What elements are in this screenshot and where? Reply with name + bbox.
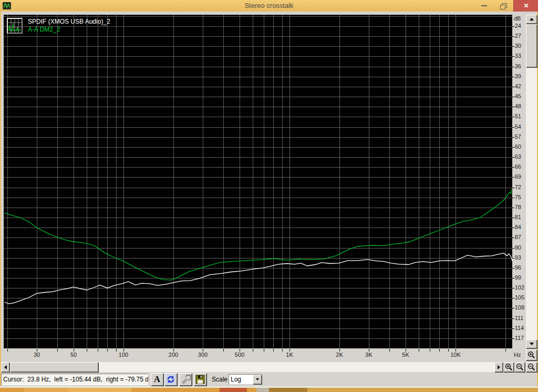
y-axis-label: -30 [513, 43, 526, 49]
y-axis-label: -63 [513, 153, 526, 160]
x-axis-minor-tick [339, 349, 340, 352]
x-axis-label: 3K [357, 352, 380, 358]
y-axis-label: -108 [513, 304, 526, 311]
zoom-in-x-button[interactable] [503, 362, 514, 372]
y-axis-label: -99 [513, 274, 526, 281]
y-axis-tick [512, 87, 514, 87]
y-axis-tick [512, 318, 514, 319]
x-axis-label: 5K [394, 352, 417, 358]
taskbar-strip [0, 388, 538, 392]
y-axis-tick [512, 218, 514, 218]
hscroll-right-button[interactable] [494, 362, 503, 372]
chevron-down-icon [256, 378, 259, 382]
font-button[interactable]: A [151, 373, 163, 386]
x-axis-minor-tick [406, 349, 406, 352]
x-axis-label: 50 [62, 352, 85, 358]
y-axis-tick [512, 26, 514, 27]
y-axis-tick [512, 298, 514, 298]
y-axis-label: -84 [513, 224, 526, 230]
x-axis-minor-tick [505, 349, 506, 352]
x-axis-minor-tick [289, 349, 290, 352]
zoom-in-y-button[interactable] [526, 349, 537, 360]
plot-area[interactable] [4, 15, 512, 348]
font-a-icon: A [154, 374, 160, 385]
refresh-button[interactable] [164, 373, 177, 386]
y-axis-label: -33 [513, 53, 526, 59]
y-axis-label: -54 [513, 123, 526, 130]
x-axis-minor-tick [223, 349, 224, 352]
y-axis-tick [512, 147, 514, 148]
x-axis-minor-tick [456, 349, 456, 352]
x-axis-minor-tick [107, 349, 108, 352]
y-axis-label: -87 [513, 234, 526, 240]
legend-spectrum-icon[interactable] [7, 18, 23, 34]
y-axis-label: -45 [513, 93, 526, 99]
y-axis-label: -42 [513, 83, 526, 89]
close-button[interactable]: ✕ [513, 0, 538, 12]
grid-and-curves [4, 15, 512, 348]
x-axis-minor-tick [448, 349, 449, 352]
floppy-disk-icon [195, 375, 205, 384]
y-axis-tick [512, 46, 514, 47]
scale-combobox[interactable]: Log [229, 374, 262, 385]
y-axis-tick [512, 177, 514, 178]
y-axis-tick [512, 67, 514, 67]
y-axis-label: -78 [513, 204, 526, 210]
y-axis-tick [512, 127, 514, 128]
y-axis-tick [512, 167, 514, 168]
x-axis-label: 2K [328, 352, 351, 358]
y-axis-tick [512, 188, 514, 188]
x-axis-minor-tick [37, 349, 37, 352]
arrow-left-icon [2, 365, 7, 369]
x-axis-label: 10K [444, 352, 467, 358]
vscroll-thumb[interactable] [526, 24, 537, 67]
minimize-icon [481, 5, 487, 6]
x-axis-minor-tick [173, 349, 174, 352]
y-axis-label: -105 [513, 294, 526, 301]
hscroll-left-button[interactable] [1, 362, 9, 372]
magnifier-plus-icon [505, 363, 513, 371]
minimize-button[interactable] [477, 0, 491, 12]
vscroll-down-button[interactable] [526, 339, 537, 348]
wrench-icon [181, 375, 191, 385]
arrow-down-icon [530, 343, 534, 347]
y-axis-tick [512, 278, 514, 278]
x-axis-minor-tick [264, 349, 264, 352]
legend-entry-spdif: SPDIF (XMOS USB Audio)_2 [28, 18, 110, 25]
zoom-out-y-button[interactable] [526, 362, 537, 372]
x-axis-minor-tick [369, 349, 369, 352]
y-axis-tick [512, 56, 514, 57]
x-axis-minor-tick [123, 349, 124, 352]
y-axis-tick [512, 208, 514, 208]
save-button[interactable] [194, 373, 206, 386]
y-axis-tick [512, 328, 514, 329]
window-title: Stereo crosstalk [0, 2, 538, 9]
y-axis-tick [512, 157, 514, 158]
x-axis-minor-tick [273, 349, 274, 352]
magnifier-plus-icon [527, 351, 535, 359]
y-axis-label: -93 [513, 254, 526, 261]
vscroll-up-button[interactable] [526, 15, 537, 24]
combo-dropdown-button[interactable] [253, 375, 262, 384]
wrench-button[interactable] [179, 373, 192, 386]
zoom-out-x-button[interactable] [514, 362, 525, 372]
x-axis-label: 100 [112, 352, 135, 358]
y-axis-tick [512, 137, 514, 138]
y-axis-tick [512, 258, 514, 259]
y-axis-tick [512, 97, 514, 97]
arrow-up-icon [530, 16, 534, 20]
magnifier-minus-icon [527, 363, 535, 371]
x-axis-minor-tick [282, 349, 283, 352]
x-axis-minor-tick [419, 349, 419, 352]
restore-button[interactable] [496, 0, 510, 12]
y-axis-label: -72 [513, 184, 526, 190]
hscroll-thumb[interactable] [10, 362, 98, 372]
x-axis-minor-tick [430, 349, 430, 352]
y-axis-tick [512, 308, 514, 308]
y-axis-label: -24 [513, 23, 526, 29]
x-axis-label: 200 [162, 352, 185, 358]
y-axis-label: -117 [513, 335, 526, 341]
x-axis-unit-label: Hz [514, 352, 521, 358]
y-axis-tick [512, 288, 514, 288]
window-border-left [0, 12, 1, 388]
